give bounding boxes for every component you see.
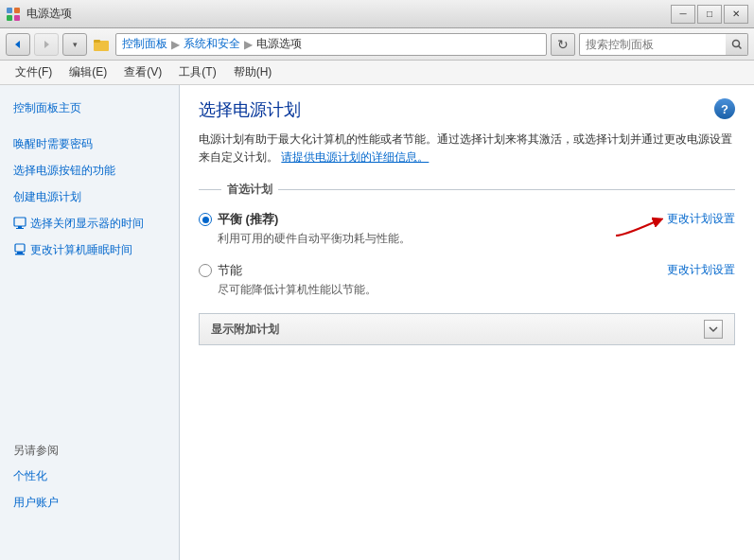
svg-marker-4 xyxy=(15,41,20,48)
menu-help[interactable]: 帮助(H) xyxy=(226,62,280,82)
title-bar-left: 电源选项 xyxy=(6,6,72,22)
title-bar-controls: ─ □ ✕ xyxy=(671,5,748,24)
sidebar-item-display-time[interactable]: 选择关闭显示器的时间 xyxy=(0,210,179,236)
content-area: 选择电源计划 ? 电源计划有助于最大化计算机的性能或者节能。通过选择计划来将其激… xyxy=(180,85,754,560)
refresh-button[interactable]: ↻ xyxy=(551,33,575,56)
svg-rect-7 xyxy=(94,40,100,43)
search-icon xyxy=(731,39,743,50)
svg-rect-12 xyxy=(16,228,24,229)
plan-name-balanced: 平衡 (推荐) xyxy=(218,211,278,228)
monitor-icon xyxy=(13,217,26,230)
app-icon xyxy=(6,7,21,22)
plan-item-saver: 节能 尽可能降低计算机性能以节能。 更改计划设置 xyxy=(199,262,735,298)
chevron-down-icon xyxy=(708,324,719,335)
help-button[interactable]: ? xyxy=(714,98,735,119)
folder-icon xyxy=(93,36,110,53)
svg-point-8 xyxy=(732,40,739,46)
plan-link-saver[interactable]: 更改计划设置 xyxy=(648,262,735,278)
menu-tools[interactable]: 工具(T) xyxy=(171,62,223,82)
sidebar-item-home[interactable]: 控制面板主页 xyxy=(0,95,179,121)
svg-rect-1 xyxy=(14,8,20,13)
sidebar-item-user-accounts[interactable]: 用户账户 xyxy=(0,489,179,516)
svg-rect-0 xyxy=(7,8,12,13)
window-title: 电源选项 xyxy=(26,6,72,22)
sidebar-divider xyxy=(0,121,179,131)
svg-rect-15 xyxy=(15,254,25,255)
radio-balanced[interactable] xyxy=(199,213,212,226)
search-input[interactable] xyxy=(579,33,730,56)
radio-saver[interactable] xyxy=(199,264,212,277)
section-label: 首选计划 xyxy=(199,182,735,201)
breadcrumb-bar: 控制面板 ▶ 系统和安全 ▶ 电源选项 xyxy=(115,33,547,56)
plan-name-saver: 节能 xyxy=(218,262,242,279)
sidebar-spacer xyxy=(0,263,179,433)
show-more-icon xyxy=(704,320,723,339)
page-title: 选择电源计划 xyxy=(199,98,301,121)
back-button[interactable] xyxy=(6,33,30,56)
svg-line-9 xyxy=(738,45,741,48)
breadcrumb-sep2: ▶ xyxy=(244,38,253,51)
forward-icon xyxy=(41,39,52,50)
description-link[interactable]: 请提供电源计划的详细信息。 xyxy=(281,150,429,164)
plan-item-balanced: 平衡 (推荐) 利用可用的硬件自动平衡功耗与性能。 更改计划设置 xyxy=(199,211,735,247)
arrow-annotation xyxy=(611,215,663,241)
plan-radio-saver[interactable]: 节能 xyxy=(199,262,648,279)
svg-rect-2 xyxy=(7,15,12,21)
sidebar: 控制面板主页 唤醒时需要密码 选择电源按钮的功能 创建电源计划 选择关闭显示器的… xyxy=(0,85,180,560)
breadcrumb-security[interactable]: 系统和安全 xyxy=(184,36,240,52)
plan-radio-balanced[interactable]: 平衡 (推荐) xyxy=(199,211,648,228)
breadcrumb-controlpanel[interactable]: 控制面板 xyxy=(122,36,167,52)
dropdown-button[interactable]: ▾ xyxy=(62,33,87,56)
svg-rect-10 xyxy=(14,218,26,226)
plan-desc-balanced: 利用可用的硬件自动平衡功耗与性能。 xyxy=(218,231,648,247)
search-button[interactable] xyxy=(726,33,748,56)
back-icon xyxy=(12,39,24,50)
menu-edit[interactable]: 编辑(E) xyxy=(61,62,114,82)
main-layout: 控制面板主页 唤醒时需要密码 选择电源按钮的功能 创建电源计划 选择关闭显示器的… xyxy=(0,85,754,560)
breadcrumb-sep1: ▶ xyxy=(171,38,180,51)
svg-rect-14 xyxy=(17,252,23,254)
breadcrumb-current: 电源选项 xyxy=(256,36,302,52)
menu-file[interactable]: 文件(F) xyxy=(8,62,60,82)
see-also-title: 另请参阅 xyxy=(0,433,179,463)
svg-rect-13 xyxy=(15,244,25,252)
description-text: 电源计划有助于最大化计算机的性能或者节能。通过选择计划来将其激活，或选择计划并通… xyxy=(199,131,735,166)
svg-rect-11 xyxy=(18,226,22,228)
svg-marker-5 xyxy=(44,41,49,48)
radio-dot-balanced xyxy=(202,217,209,223)
show-more-label: 显示附加计划 xyxy=(211,322,279,338)
menu-view[interactable]: 查看(V) xyxy=(116,62,169,82)
forward-button[interactable] xyxy=(34,33,59,56)
sidebar-item-sleep-time[interactable]: 更改计算机睡眠时间 xyxy=(0,236,179,263)
address-bar: ▾ 控制面板 ▶ 系统和安全 ▶ 电源选项 ↻ xyxy=(0,28,754,61)
title-bar: 电源选项 ─ □ ✕ xyxy=(0,0,754,28)
svg-rect-3 xyxy=(14,15,20,21)
show-more-plans[interactable]: 显示附加计划 xyxy=(199,313,735,345)
menu-bar: 文件(F) 编辑(E) 查看(V) 工具(T) 帮助(H) xyxy=(0,61,754,85)
maximize-button[interactable]: □ xyxy=(697,5,722,24)
sidebar-item-create-plan[interactable]: 创建电源计划 xyxy=(0,184,179,210)
minimize-button[interactable]: ─ xyxy=(671,5,695,24)
plan-desc-saver: 尽可能降低计算机性能以节能。 xyxy=(218,282,648,298)
sidebar-item-wakeup[interactable]: 唤醒时需要密码 xyxy=(0,131,179,157)
sidebar-item-personalize[interactable]: 个性化 xyxy=(0,463,179,489)
close-button[interactable]: ✕ xyxy=(724,5,748,24)
sidebar-item-power-button[interactable]: 选择电源按钮的功能 xyxy=(0,157,179,184)
computer-icon xyxy=(13,243,26,256)
